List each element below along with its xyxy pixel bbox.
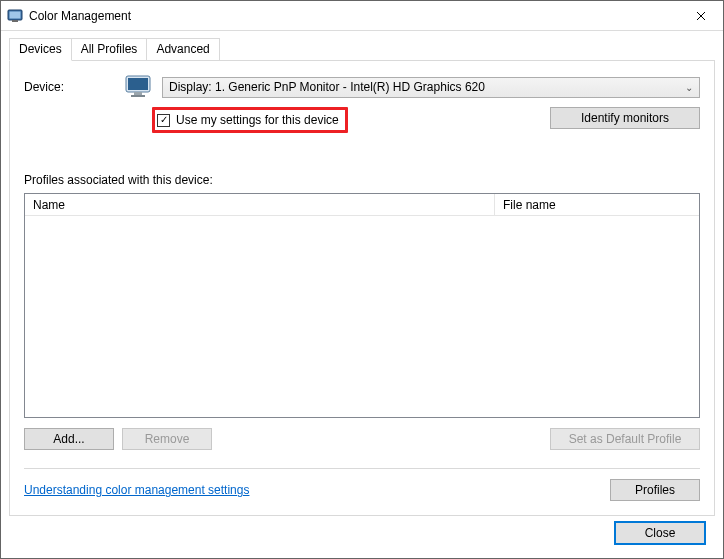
device-select[interactable]: Display: 1. Generic PnP Monitor - Intel(… <box>162 77 700 98</box>
remove-button: Remove <box>122 428 212 450</box>
tab-advanced-label: Advanced <box>156 42 209 56</box>
svg-rect-2 <box>12 20 18 22</box>
use-my-settings-label: Use my settings for this device <box>176 113 339 127</box>
tab-panel-devices: Device: Display: 1. Generic PnP Monitor … <box>9 60 715 516</box>
device-select-value: Display: 1. Generic PnP Monitor - Intel(… <box>169 80 485 94</box>
tabs: Devices All Profiles Advanced <box>9 37 715 60</box>
column-header-file[interactable]: File name <box>495 194 699 215</box>
use-my-settings-checkbox[interactable]: ✓ <box>157 114 170 127</box>
identify-monitors-label: Identify monitors <box>581 111 669 125</box>
window-title: Color Management <box>29 9 131 23</box>
profiles-list[interactable]: Name File name <box>24 193 700 418</box>
use-my-settings-highlight: ✓ Use my settings for this device <box>152 107 348 133</box>
window-close-button[interactable] <box>678 1 723 30</box>
column-header-name[interactable]: Name <box>25 194 495 215</box>
profiles-button[interactable]: Profiles <box>610 479 700 501</box>
monitor-icon <box>124 75 152 99</box>
divider <box>24 468 700 469</box>
tab-all-profiles[interactable]: All Profiles <box>72 38 148 61</box>
tab-devices-label: Devices <box>19 42 62 56</box>
understanding-link-label: Understanding color management settings <box>24 483 249 497</box>
profiles-caption: Profiles associated with this device: <box>24 173 700 187</box>
remove-button-label: Remove <box>145 432 190 446</box>
set-default-profile-label: Set as Default Profile <box>569 432 682 446</box>
close-button[interactable]: Close <box>615 522 705 544</box>
profiles-list-header: Name File name <box>25 194 699 216</box>
device-label: Device: <box>24 80 114 94</box>
svg-rect-6 <box>131 95 145 97</box>
chevron-down-icon: ⌄ <box>685 82 693 93</box>
svg-rect-1 <box>10 11 21 18</box>
profiles-button-label: Profiles <box>635 483 675 497</box>
svg-rect-4 <box>128 78 148 90</box>
identify-monitors-button[interactable]: Identify monitors <box>550 107 700 129</box>
add-button-label: Add... <box>53 432 84 446</box>
understanding-link[interactable]: Understanding color management settings <box>24 483 249 497</box>
tab-devices[interactable]: Devices <box>9 38 72 61</box>
close-button-label: Close <box>645 526 676 540</box>
svg-rect-5 <box>134 92 142 95</box>
titlebar: Color Management <box>1 1 723 31</box>
tab-all-profiles-label: All Profiles <box>81 42 138 56</box>
checkmark-icon: ✓ <box>160 115 168 125</box>
set-default-profile-button: Set as Default Profile <box>550 428 700 450</box>
app-icon <box>7 8 23 24</box>
add-button[interactable]: Add... <box>24 428 114 450</box>
tab-advanced[interactable]: Advanced <box>147 38 219 61</box>
